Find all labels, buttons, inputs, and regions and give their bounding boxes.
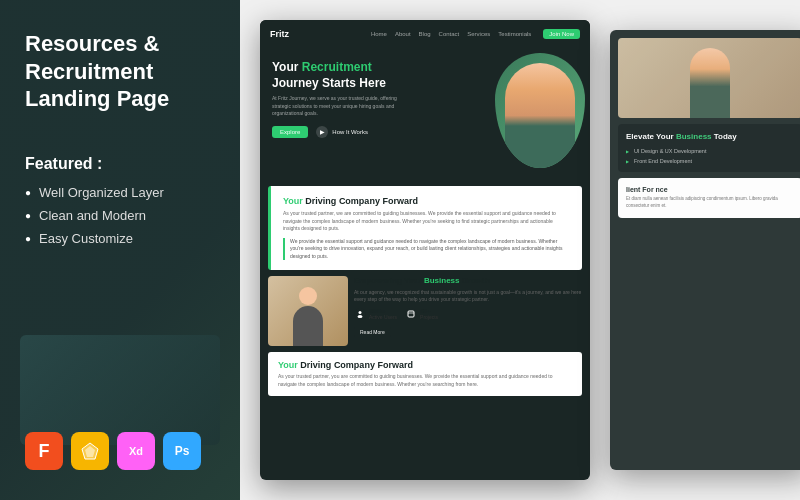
nav-link-blog: Blog [419, 31, 431, 37]
preview-brand: Fritz [270, 29, 289, 39]
secondary-list-item-1: UI Design & UX Development [626, 148, 794, 154]
stat-projects-text: 80+ Projects [420, 308, 438, 320]
stat-users: 250k+ Active Users [354, 308, 397, 320]
play-icon: ▶ [316, 126, 328, 138]
section2-heading: Your Driving Company Forward [278, 360, 572, 370]
xd-icon: Xd [117, 432, 155, 470]
section1-quote: We provide the essential support and gui… [283, 238, 570, 261]
svg-point-3 [358, 315, 363, 318]
nav-link-home: Home [371, 31, 387, 37]
secondary-top-image [618, 38, 800, 118]
feature-item-3: Easy Customize [25, 231, 215, 246]
featured-label: Featured : [25, 155, 215, 173]
users-icon [354, 308, 366, 320]
feature-list: Well Organized Layer Clean and Modern Ea… [25, 185, 215, 246]
secondary-dark-heading: Elevate Your Business Today [626, 132, 794, 142]
svg-rect-4 [408, 311, 414, 317]
read-more-button[interactable]: Read More [354, 327, 391, 337]
right-panel: Fritz Home About Blog Contact Services T… [240, 0, 800, 500]
nav-cta-button[interactable]: Join Now [543, 29, 580, 39]
empowering-body: At our agency, we recognized that sustai… [354, 289, 582, 303]
tool-icons: F Xd Ps [25, 432, 215, 470]
projects-icon [405, 308, 417, 320]
preview-section2: Your Driving Company Forward As your tru… [268, 352, 582, 396]
page-title: Resources & Recruitment Landing Page [25, 30, 215, 113]
light-card-heading: lient For nce [626, 186, 794, 193]
stat-projects: 80+ Projects [405, 308, 438, 320]
preview-secondary-card: Elevate Your Business Today UI Design & … [610, 30, 800, 470]
preview-main-card: Fritz Home About Blog Contact Services T… [260, 20, 590, 480]
hero-headline: Your Recruitment Journey Starts Here [272, 60, 422, 91]
section1-heading: Your Driving Company Forward [283, 196, 570, 206]
ps-icon: Ps [163, 432, 201, 470]
left-panel: Resources & Recruitment Landing Page Fea… [0, 0, 240, 500]
how-it-works-button[interactable]: ▶ How It Works [316, 126, 368, 138]
secondary-light-card: lient For nce Et diam nulla aenean facil… [618, 178, 800, 218]
secondary-list-item-2: Front End Development [626, 158, 794, 164]
section1-body: As your trusted partner, we are committe… [283, 210, 570, 233]
nav-link-services: Services [467, 31, 490, 37]
preview-hero: Your Recruitment Journey Starts Here At … [260, 48, 590, 178]
secondary-inner: Elevate Your Business Today UI Design & … [610, 30, 800, 232]
hero-buttons: Explore ▶ How It Works [272, 126, 578, 138]
preview-nav-links: Home About Blog Contact Services Testimo… [371, 31, 531, 37]
hero-text: Your Recruitment Journey Starts Here At … [272, 60, 578, 138]
nav-link-about: About [395, 31, 411, 37]
figma-icon: F [25, 432, 63, 470]
nav-link-contact: Contact [439, 31, 460, 37]
empowering-section: Empowering Your Business Growth At our a… [260, 276, 590, 346]
svg-point-2 [359, 311, 362, 314]
feature-item-2: Clean and Modern [25, 208, 215, 223]
secondary-dark-card: Elevate Your Business Today UI Design & … [618, 124, 800, 172]
section2-body: As your trusted partner, you are committ… [278, 373, 572, 388]
empowering-image [268, 276, 348, 346]
sketch-icon [71, 432, 109, 470]
hero-subtext: At Fritz Journey, we serve as your trust… [272, 95, 402, 118]
explore-button[interactable]: Explore [272, 126, 308, 138]
empowering-text: Empowering Your Business Growth At our a… [354, 276, 582, 346]
empowering-heading: Empowering Your Business Growth [354, 276, 582, 286]
stats-row: 250k+ Active Users 80+ Projects [354, 308, 582, 320]
preview-navbar: Fritz Home About Blog Contact Services T… [260, 20, 590, 48]
secondary-list: UI Design & UX Development Front End Dev… [626, 148, 794, 164]
nav-link-testimonials: Testimonials [498, 31, 531, 37]
stat-users-text: 250k+ Active Users [369, 308, 397, 320]
feature-item-1: Well Organized Layer [25, 185, 215, 200]
preview-section1: Your Driving Company Forward As your tru… [268, 186, 582, 270]
light-card-body: Et diam nulla aenean facilisis adipiscin… [626, 196, 794, 210]
